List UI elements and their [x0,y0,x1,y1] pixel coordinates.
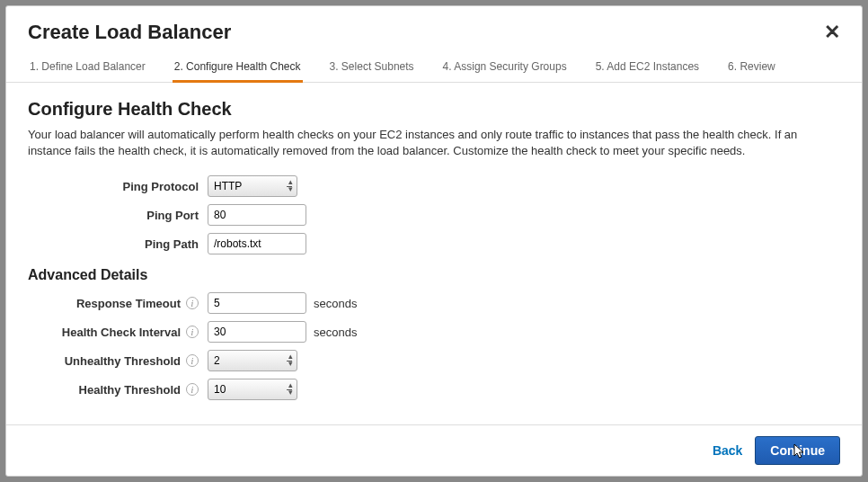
health-check-interval-input[interactable] [208,321,306,343]
ping-port-input[interactable] [208,204,306,226]
info-icon[interactable]: i [186,383,199,396]
info-icon[interactable]: i [186,354,199,367]
healthy-threshold-select-wrap: 10 ▴▾ [208,379,297,400]
modal-content: Configure Health Check Your load balance… [6,83,862,424]
label-response-timeout: Response Timeout i [28,297,208,310]
ping-protocol-select[interactable]: HTTP [208,175,297,197]
tab-define-load-balancer[interactable]: 1. Define Load Balancer [28,55,147,82]
back-button[interactable]: Back [713,443,742,458]
label-ping-port: Ping Port [28,209,208,222]
tab-add-ec2-instances[interactable]: 5. Add EC2 Instances [594,55,701,82]
wizard-tabs: 1. Define Load Balancer 2. Configure Hea… [6,55,862,83]
modal-header: Create Load Balancer ✕ [6,6,862,55]
row-healthy-threshold: Healthy Threshold i 10 ▴▾ [28,379,840,400]
section-title: Configure Health Check [28,99,840,120]
row-response-timeout: Response Timeout i seconds [28,292,840,314]
row-ping-path: Ping Path [28,233,840,254]
health-check-interval-unit: seconds [314,326,357,339]
unhealthy-threshold-select[interactable]: 2 [208,350,297,371]
row-health-check-interval: Health Check Interval i seconds [28,321,840,343]
create-load-balancer-modal: Create Load Balancer ✕ 1. Define Load Ba… [5,5,863,477]
section-description: Your load balancer will automatically pe… [28,127,840,159]
response-timeout-unit: seconds [314,297,357,310]
tab-configure-health-check[interactable]: 2. Configure Health Check [173,55,303,82]
ping-path-input[interactable] [208,233,306,254]
close-icon[interactable]: ✕ [824,22,840,42]
response-timeout-input[interactable] [208,292,306,314]
label-ping-protocol: Ping Protocol [28,180,208,193]
healthy-threshold-select[interactable]: 10 [208,379,297,400]
unhealthy-threshold-select-wrap: 2 ▴▾ [208,350,297,371]
modal-footer: Back Continue [6,424,862,476]
tab-review[interactable]: 6. Review [726,55,777,82]
modal-title: Create Load Balancer [28,21,231,44]
tab-select-subnets[interactable]: 3. Select Subnets [328,55,416,82]
advanced-details-heading: Advanced Details [28,267,840,283]
label-health-check-interval: Health Check Interval i [28,326,208,339]
ping-protocol-select-wrap: HTTP ▴▾ [208,175,297,197]
info-icon[interactable]: i [186,297,199,309]
row-ping-protocol: Ping Protocol HTTP ▴▾ [28,175,840,197]
continue-button[interactable]: Continue [755,436,840,465]
row-ping-port: Ping Port [28,204,840,226]
label-ping-path: Ping Path [28,237,208,251]
label-healthy-threshold: Healthy Threshold i [28,383,208,397]
info-icon[interactable]: i [186,326,199,338]
row-unhealthy-threshold: Unhealthy Threshold i 2 ▴▾ [28,350,840,371]
label-unhealthy-threshold: Unhealthy Threshold i [28,354,208,368]
tab-assign-security-groups[interactable]: 4. Assign Security Groups [441,55,569,82]
